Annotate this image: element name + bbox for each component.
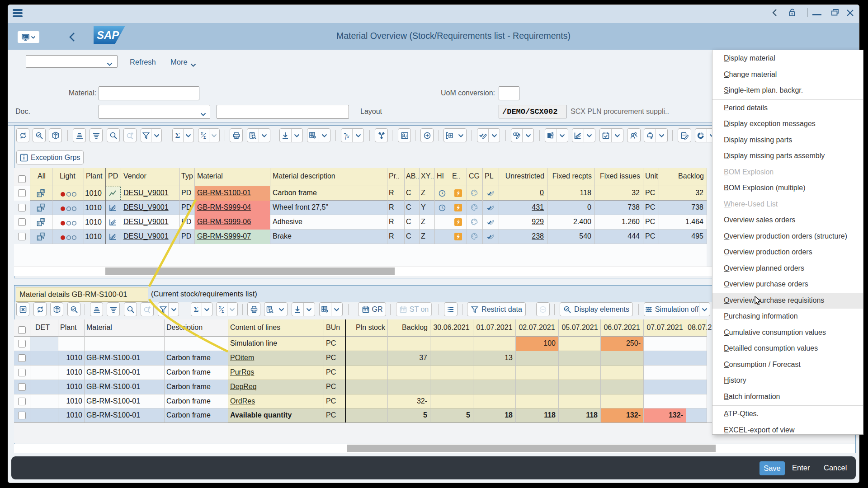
svg-text:Σ: Σ [175,131,180,139]
svg-text:Σ: Σ [222,309,224,314]
svg-text:SAP: SAP [97,29,119,41]
svg-text:fx: fx [345,133,349,140]
svg-text:Σ: Σ [194,305,198,313]
svg-text:Σ: Σ [203,135,206,140]
